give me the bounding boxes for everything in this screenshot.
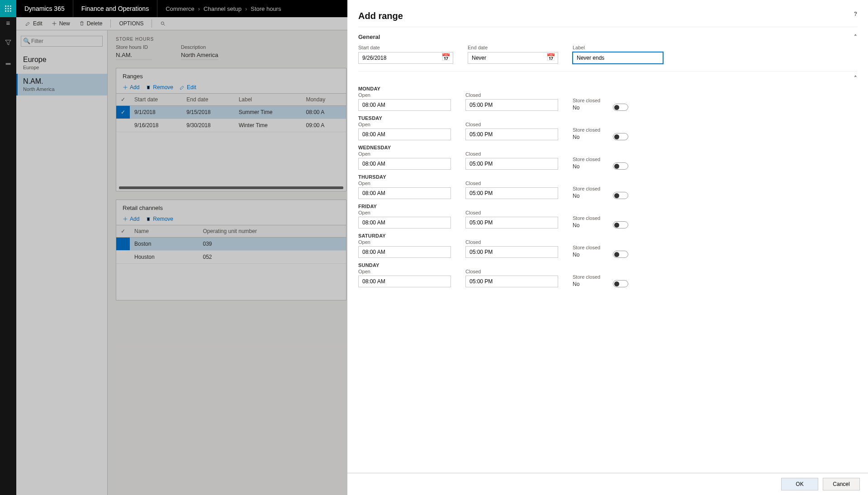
brand-label: Dynamics 365 <box>16 0 73 17</box>
chevron-up-icon: ˄ <box>854 33 857 40</box>
field-label: Store closed <box>573 157 600 162</box>
day-block: FRIDAY Open Closed Store closed No <box>358 204 857 228</box>
breadcrumb: Commerce › Channel setup › Store hours <box>157 5 289 12</box>
open-time-input[interactable] <box>358 246 451 258</box>
product-label: Finance and Operations <box>73 0 157 17</box>
store-closed-value: No <box>573 163 600 170</box>
open-time-input[interactable] <box>358 217 451 228</box>
close-time-input[interactable] <box>465 246 558 258</box>
field-label: Open <box>358 181 451 186</box>
field-label: Open <box>358 269 451 274</box>
close-time-input[interactable] <box>465 187 558 199</box>
svg-rect-7 <box>8 10 9 12</box>
field-label: Store closed <box>573 245 600 250</box>
field-label: Open <box>358 122 451 127</box>
field-label: Open <box>358 92 451 98</box>
store-closed-toggle[interactable] <box>613 162 628 170</box>
store-closed-toggle[interactable] <box>613 251 628 258</box>
section-header[interactable]: ˄ <box>358 71 857 82</box>
hamburger-icon[interactable]: ≡ <box>6 19 10 27</box>
store-closed-value: No <box>573 281 600 287</box>
store-closed-value: No <box>573 134 600 140</box>
svg-rect-5 <box>10 8 11 10</box>
field-label: Store closed <box>573 127 600 133</box>
chevron-right-icon: › <box>198 5 200 12</box>
field-label: End date <box>468 45 558 50</box>
svg-rect-2 <box>10 5 11 7</box>
day-block: SATURDAY Open Closed Store closed No <box>358 233 857 258</box>
store-closed-toggle[interactable] <box>613 133 628 140</box>
breadcrumb-item[interactable]: Commerce <box>166 5 194 12</box>
day-block: SUNDAY Open Closed Store closed No <box>358 262 857 287</box>
close-time-input[interactable] <box>465 129 558 140</box>
svg-rect-0 <box>5 5 6 7</box>
cancel-button[interactable]: Cancel <box>823 478 860 490</box>
left-rail: ≡ ═ <box>0 17 16 495</box>
day-name: WEDNESDAY <box>358 145 857 150</box>
close-time-input[interactable] <box>465 276 558 287</box>
store-closed-toggle[interactable] <box>613 221 628 228</box>
filter-icon[interactable] <box>5 39 11 47</box>
field-label: Label <box>573 45 663 50</box>
field-label: Closed <box>465 92 558 98</box>
field-label: Closed <box>465 210 558 215</box>
field-label: Closed <box>465 181 558 186</box>
help-icon[interactable]: ? <box>854 11 857 21</box>
store-closed-value: No <box>573 193 600 199</box>
field-label: Closed <box>465 239 558 245</box>
svg-rect-3 <box>5 8 6 10</box>
svg-rect-6 <box>5 10 6 12</box>
field-label: Store closed <box>573 186 600 191</box>
chevron-up-icon: ˄ <box>854 75 857 81</box>
open-time-input[interactable] <box>358 276 451 287</box>
svg-rect-8 <box>10 10 11 12</box>
store-closed-value: No <box>573 222 600 228</box>
store-closed-toggle[interactable] <box>613 280 628 287</box>
start-date-input[interactable] <box>358 52 453 64</box>
field-label: Start date <box>358 45 453 50</box>
day-block: WEDNESDAY Open Closed Store closed No <box>358 145 857 170</box>
open-time-input[interactable] <box>358 187 451 199</box>
ok-button[interactable]: OK <box>781 478 818 490</box>
section-header[interactable]: General ˄ <box>358 27 857 45</box>
store-closed-toggle[interactable] <box>613 104 628 111</box>
store-closed-toggle[interactable] <box>613 192 628 199</box>
field-label: Store closed <box>573 98 600 103</box>
day-block: THURSDAY Open Closed Store closed No <box>358 174 857 199</box>
list-icon[interactable]: ═ <box>6 60 11 67</box>
svg-rect-1 <box>8 5 9 7</box>
field-label: Closed <box>465 151 558 157</box>
section-days: ˄ MONDAY Open Closed Store closed No TUE… <box>358 71 857 287</box>
day-name: SUNDAY <box>358 262 857 268</box>
open-time-input[interactable] <box>358 129 451 140</box>
store-closed-value: No <box>573 252 600 258</box>
close-time-input[interactable] <box>465 217 558 228</box>
store-closed-value: No <box>573 105 600 111</box>
day-block: MONDAY Open Closed Store closed No <box>358 86 857 111</box>
breadcrumb-item[interactable]: Channel setup <box>204 5 242 12</box>
day-name: SATURDAY <box>358 233 857 238</box>
field-label: Closed <box>465 269 558 274</box>
section-general: General ˄ Start date 📅 End date 📅 Label <box>358 27 857 71</box>
app-launcher-icon[interactable] <box>0 0 16 17</box>
end-date-input[interactable] <box>468 52 558 64</box>
panel-title: Add range <box>358 11 403 21</box>
label-input[interactable] <box>573 52 663 64</box>
add-range-panel: Add range ? General ˄ Start date 📅 End d… <box>347 0 868 495</box>
day-name: TUESDAY <box>358 115 857 121</box>
day-name: FRIDAY <box>358 204 857 209</box>
close-time-input[interactable] <box>465 99 558 111</box>
panel-footer: OK Cancel <box>347 473 868 495</box>
svg-rect-4 <box>8 8 9 10</box>
day-name: MONDAY <box>358 86 857 91</box>
day-name: THURSDAY <box>358 174 857 180</box>
chevron-right-icon: › <box>245 5 247 12</box>
field-label: Open <box>358 239 451 245</box>
day-block: TUESDAY Open Closed Store closed No <box>358 115 857 140</box>
close-time-input[interactable] <box>465 158 558 170</box>
field-label: Open <box>358 151 451 157</box>
open-time-input[interactable] <box>358 158 451 170</box>
field-label: Closed <box>465 122 558 127</box>
breadcrumb-item[interactable]: Store hours <box>251 5 281 12</box>
open-time-input[interactable] <box>358 99 451 111</box>
